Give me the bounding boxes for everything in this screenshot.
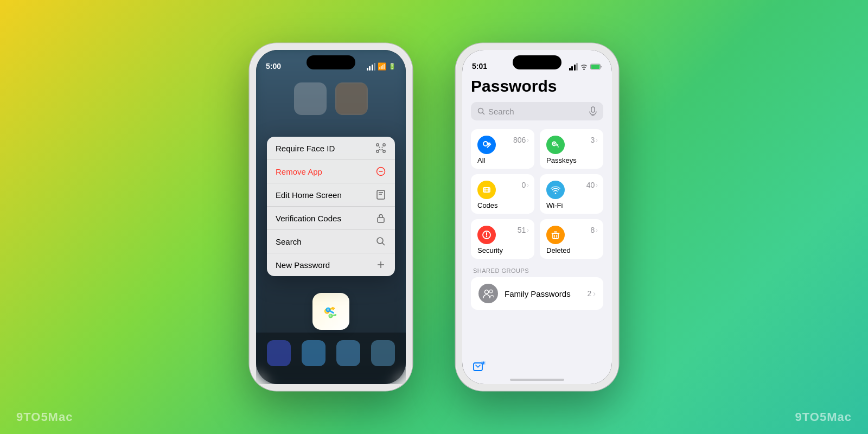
wifi-label: Wi-Fi bbox=[546, 201, 597, 209]
category-grid: 806 › All bbox=[471, 129, 603, 259]
passwords-app-content: Passwords Search bbox=[462, 50, 612, 384]
menu-item-require-faceid[interactable]: Require Face ID bbox=[267, 137, 395, 160]
svg-rect-31 bbox=[591, 107, 595, 112]
wifi-count-row: 40 › bbox=[586, 181, 598, 189]
watermark-left: 9TO5Mac bbox=[16, 410, 73, 424]
dynamic-island-1 bbox=[307, 55, 355, 69]
family-passwords-label: Family Passwords bbox=[505, 289, 581, 298]
codes-count-row: 0 › bbox=[522, 181, 529, 189]
security-label: Security bbox=[477, 246, 528, 254]
dock-icon-1 bbox=[267, 340, 291, 366]
codes-chevron: › bbox=[527, 182, 529, 188]
family-chevron: › bbox=[593, 289, 596, 298]
family-count-row: 2 › bbox=[588, 289, 596, 298]
svg-rect-26 bbox=[332, 314, 336, 316]
dock-icon-2 bbox=[302, 340, 326, 366]
menu-item-remove-app[interactable]: Remove App bbox=[267, 160, 395, 183]
family-group-icon bbox=[478, 284, 498, 303]
bottom-toolbar bbox=[462, 358, 612, 375]
svg-rect-28 bbox=[591, 65, 600, 69]
deleted-chevron: › bbox=[596, 227, 598, 233]
status-icons-1: 📶 🔋 bbox=[367, 62, 397, 71]
passwords-toolbar-icon[interactable] bbox=[471, 358, 488, 375]
svg-point-5 bbox=[382, 147, 383, 148]
menu-item-edit-home[interactable]: Edit Home Screen bbox=[267, 183, 395, 207]
security-icon bbox=[477, 226, 496, 244]
signal-icon-2 bbox=[569, 63, 578, 71]
menu-label-verification-codes: Verification Codes bbox=[276, 214, 341, 223]
svg-rect-8 bbox=[377, 190, 385, 199]
search-bar[interactable]: Search bbox=[471, 102, 603, 120]
svg-point-51 bbox=[485, 290, 489, 294]
svg-point-45 bbox=[486, 236, 487, 237]
wifi-icon-1: 📶 bbox=[378, 62, 386, 71]
passkeys-count: 3 bbox=[591, 136, 595, 144]
status-icons-2 bbox=[569, 63, 603, 71]
svg-line-13 bbox=[382, 243, 385, 246]
watermark-right: 9TO5Mac bbox=[795, 410, 852, 424]
svg-rect-38 bbox=[558, 146, 559, 148]
time-1: 5:00 bbox=[266, 62, 281, 71]
phone-1-screen: 5:00 📶 🔋 Require Face ID bbox=[256, 50, 406, 384]
security-count: 51 bbox=[518, 226, 526, 234]
all-chevron: › bbox=[527, 137, 529, 143]
all-label: All bbox=[477, 156, 528, 164]
category-all[interactable]: 806 › All bbox=[471, 129, 534, 169]
wifi-count: 40 bbox=[586, 181, 595, 189]
time-2: 5:01 bbox=[472, 62, 487, 71]
svg-line-30 bbox=[482, 112, 484, 114]
category-passkeys[interactable]: 3 › Passkeys bbox=[540, 129, 603, 169]
shared-groups-label: SHARED GROUPS bbox=[471, 267, 603, 274]
dynamic-island-2 bbox=[513, 55, 561, 69]
codes-label: Codes bbox=[477, 201, 528, 209]
search-bar-icon bbox=[477, 107, 485, 115]
search-icon bbox=[375, 236, 386, 247]
battery-status-icon-2 bbox=[590, 63, 602, 70]
menu-item-search[interactable]: Search bbox=[267, 230, 395, 253]
category-wifi[interactable]: 40 › Wi-Fi bbox=[540, 174, 603, 214]
dock-icon-4 bbox=[371, 340, 395, 366]
dock-area bbox=[256, 333, 406, 384]
svg-rect-1 bbox=[383, 144, 385, 146]
wifi-icon-cat bbox=[546, 181, 565, 199]
face-id-icon bbox=[375, 143, 386, 154]
signal-icon-1 bbox=[367, 63, 376, 71]
svg-rect-0 bbox=[376, 144, 379, 146]
passwords-app-icon-homescreen[interactable] bbox=[312, 293, 349, 330]
all-icon bbox=[477, 136, 496, 154]
menu-item-new-password[interactable]: New Password bbox=[267, 253, 395, 276]
security-count-row: 51 › bbox=[518, 226, 529, 234]
svg-rect-46 bbox=[553, 233, 558, 239]
deleted-count: 8 bbox=[591, 226, 595, 234]
svg-point-29 bbox=[478, 108, 483, 113]
security-chevron: › bbox=[527, 227, 529, 233]
svg-point-4 bbox=[379, 147, 380, 148]
menu-label-remove-app: Remove App bbox=[276, 167, 322, 176]
category-security[interactable]: 51 › Security bbox=[471, 219, 534, 259]
menu-label-search: Search bbox=[276, 237, 302, 246]
codes-icon bbox=[477, 181, 496, 199]
menu-item-verification-codes[interactable]: Verification Codes bbox=[267, 207, 395, 230]
all-count-row: 806 › bbox=[513, 136, 529, 144]
phone-2-screen: 5:01 bbox=[462, 50, 612, 384]
lock-icon bbox=[375, 213, 386, 224]
all-count: 806 bbox=[513, 136, 526, 144]
svg-rect-3 bbox=[383, 150, 385, 152]
search-bar-placeholder: Search bbox=[488, 107, 586, 116]
deleted-icon bbox=[546, 226, 565, 244]
svg-point-37 bbox=[553, 143, 555, 145]
svg-rect-2 bbox=[376, 150, 379, 152]
family-passwords-count: 2 bbox=[588, 289, 592, 298]
deleted-label: Deleted bbox=[546, 246, 597, 254]
menu-label-require-faceid: Require Face ID bbox=[276, 144, 335, 153]
category-deleted[interactable]: 8 › Deleted bbox=[540, 219, 603, 259]
phone-2: 5:01 bbox=[456, 43, 618, 391]
wifi-status-icon-2 bbox=[580, 63, 588, 70]
category-codes[interactable]: 0 › Codes bbox=[471, 174, 534, 214]
family-passwords-card[interactable]: Family Passwords 2 › bbox=[471, 277, 603, 310]
microphone-icon[interactable] bbox=[589, 106, 597, 116]
passkeys-count-row: 3 › bbox=[591, 136, 598, 144]
home-indicator-2 bbox=[510, 379, 564, 381]
svg-point-52 bbox=[489, 290, 493, 293]
deleted-count-row: 8 › bbox=[591, 226, 598, 234]
